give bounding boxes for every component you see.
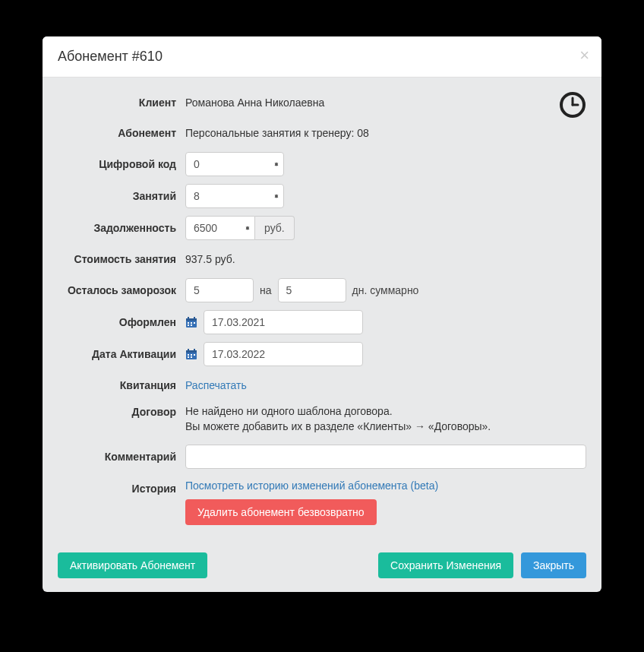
- calendar-icon[interactable]: [185, 316, 197, 328]
- close-icon[interactable]: ×: [579, 47, 589, 64]
- label-session-cost: Стоимость занятия: [58, 253, 185, 265]
- label-history: История: [58, 480, 185, 495]
- label-contract: Договор: [58, 404, 185, 418]
- svg-rect-9: [194, 322, 195, 324]
- calendar-icon[interactable]: [185, 348, 197, 360]
- delete-subscription-button[interactable]: Удалить абонемент безвозвратно: [185, 499, 377, 525]
- activation-date-input[interactable]: [204, 342, 363, 366]
- freezes-count-input[interactable]: [185, 278, 254, 302]
- svg-rect-14: [188, 349, 189, 351]
- svg-rect-18: [194, 354, 195, 356]
- close-button[interactable]: Закрыть: [521, 552, 586, 578]
- label-freezes: Осталось заморозок: [58, 284, 185, 296]
- stepper-icon[interactable]: ▲▼: [273, 164, 279, 165]
- label-debt: Задолженность: [58, 222, 185, 234]
- label-activation: Дата Активации: [58, 348, 185, 360]
- svg-rect-16: [188, 354, 189, 356]
- receipt-print-link[interactable]: Распечатать: [185, 379, 247, 391]
- label-issued: Оформлен: [58, 316, 185, 328]
- svg-rect-20: [191, 356, 192, 358]
- issued-date-input[interactable]: [204, 310, 363, 334]
- activate-button[interactable]: Активировать Абонемент: [58, 552, 207, 578]
- svg-rect-7: [188, 322, 189, 324]
- label-subscription: Абонемент: [58, 127, 185, 139]
- label-digital-code: Цифровой код: [58, 158, 185, 170]
- svg-rect-6: [194, 317, 195, 319]
- save-button[interactable]: Сохранить Изменения: [378, 552, 513, 578]
- digital-code-input[interactable]: [185, 152, 284, 176]
- freezes-unit-text: дн. суммарно: [352, 284, 419, 296]
- stepper-icon[interactable]: ▲▼: [273, 196, 279, 197]
- label-receipt: Квитанция: [58, 379, 185, 391]
- stepper-icon[interactable]: ▲▼: [245, 228, 251, 229]
- contract-line1: Не найдено ни одного шаблона договора.: [185, 404, 491, 419]
- modal-title: Абонемент #610: [58, 49, 163, 64]
- label-sessions: Занятий: [58, 190, 185, 202]
- value-client: Романова Анна Николаевна: [185, 97, 324, 109]
- modal-body: Клиент Романова Анна Николаевна Абонемен…: [43, 78, 601, 542]
- svg-rect-8: [191, 322, 192, 324]
- clock-icon[interactable]: [559, 91, 586, 121]
- svg-rect-5: [188, 317, 189, 319]
- sessions-input[interactable]: [185, 184, 284, 208]
- label-client: Клиент: [58, 97, 185, 109]
- svg-rect-11: [191, 324, 192, 326]
- svg-rect-15: [194, 349, 195, 351]
- contract-line2: Вы можете добавить их в разделе «Клиенты…: [185, 419, 491, 435]
- svg-rect-10: [188, 324, 189, 326]
- label-comment: Комментарий: [58, 451, 185, 463]
- modal-footer: Активировать Абонемент Сохранить Изменен…: [43, 542, 601, 592]
- value-subscription: Персональные занятия к тренеру: 08: [185, 127, 369, 139]
- value-session-cost: 937.5 руб.: [185, 253, 235, 265]
- svg-rect-17: [191, 354, 192, 356]
- subscription-modal: Абонемент #610 × Клиент Романова Анна Ни…: [43, 36, 601, 592]
- freezes-days-input[interactable]: [278, 278, 346, 302]
- comment-input[interactable]: [185, 445, 586, 469]
- svg-rect-19: [188, 356, 189, 358]
- history-link[interactable]: Посмотреть историю изменений абонемента …: [185, 480, 438, 492]
- freezes-on-text: на: [260, 284, 272, 296]
- debt-unit: руб.: [255, 216, 295, 240]
- modal-header: Абонемент #610 ×: [43, 36, 601, 78]
- contract-text: Не найдено ни одного шаблона договора. В…: [185, 404, 491, 434]
